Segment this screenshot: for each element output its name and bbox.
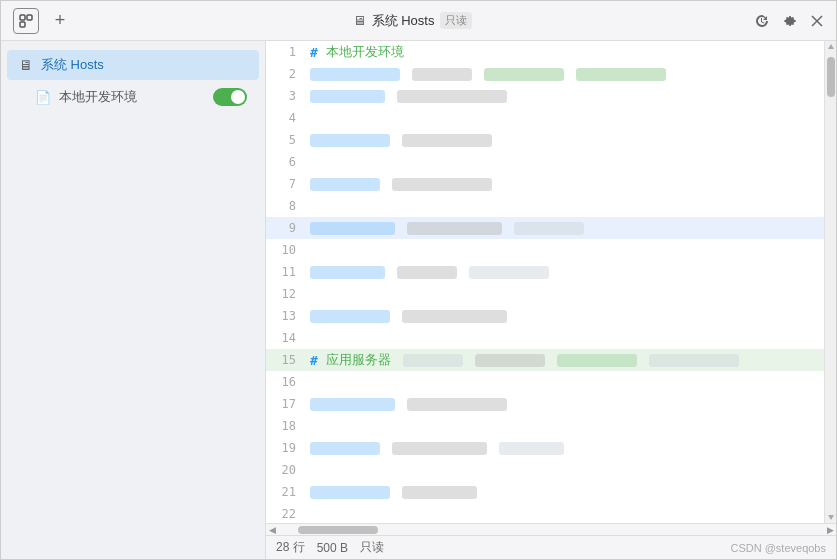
scroll-thumb-v[interactable] — [827, 57, 835, 97]
settings-button[interactable] — [782, 13, 798, 29]
editor-line-22: 22 — [266, 503, 824, 523]
editor-line-20: 20 — [266, 459, 824, 481]
status-bar: 28 行 500 B 只读 CSDN @steveqobs — [266, 535, 836, 559]
scroll-track-h[interactable] — [278, 524, 824, 535]
editor-line-7: 7 — [266, 173, 824, 195]
editor-line-10: 10 — [266, 239, 824, 261]
vertical-scrollbar[interactable] — [824, 41, 836, 523]
editor-line-12: 12 — [266, 283, 824, 305]
editor-line-4: 4 — [266, 107, 824, 129]
copyright-text: CSDN @steveqobs — [730, 542, 826, 554]
scroll-thumb-h[interactable] — [298, 526, 378, 534]
editor-line-8: 8 — [266, 195, 824, 217]
editor-line-13: 13 — [266, 305, 824, 327]
tab-manager-button[interactable] — [13, 8, 39, 34]
editor-line-16: 16 — [266, 371, 824, 393]
new-tab-button[interactable]: + — [49, 10, 71, 32]
editor-line-21: 21 — [266, 481, 824, 503]
scroll-track-v[interactable] — [825, 53, 836, 511]
close-button[interactable] — [810, 14, 824, 28]
editor-line-18: 18 — [266, 415, 824, 437]
svg-rect-1 — [27, 15, 32, 20]
svg-rect-2 — [20, 22, 25, 27]
editor-line-14: 14 — [266, 327, 824, 349]
title-bar: + 🖥 系统 Hosts 只读 — [1, 1, 836, 41]
sidebar-item-label: 系统 Hosts — [41, 56, 247, 74]
editor-content[interactable]: 1 # 本地开发环境 2 — [266, 41, 824, 523]
file-icon: 📄 — [35, 90, 51, 105]
line-container: 1 # 本地开发环境 2 — [266, 41, 824, 523]
editor-line-9: 9 — [266, 217, 824, 239]
editor-line-3: 3 — [266, 85, 824, 107]
status-mode: 只读 — [360, 539, 384, 556]
scroll-right-arrow[interactable]: ▶ — [824, 524, 836, 536]
status-size: 500 B — [317, 541, 348, 555]
sidebar: 🖥 系统 Hosts 📄 本地开发环境 — [1, 41, 266, 559]
sidebar-item-system-hosts[interactable]: 🖥 系统 Hosts — [7, 50, 259, 80]
main-content: 🖥 系统 Hosts 📄 本地开发环境 1 — [1, 41, 836, 559]
editor-line-2: 2 — [266, 63, 824, 85]
scroll-left-arrow[interactable]: ◀ — [266, 524, 278, 536]
sidebar-subitem-local-dev[interactable]: 📄 本地开发环境 — [7, 82, 259, 112]
editor-line-11: 11 — [266, 261, 824, 283]
section-label-1: 本地开发环境 — [326, 43, 404, 61]
editor-line-15: 15 # 应用服务器 — [266, 349, 824, 371]
editor-line-6: 6 — [266, 151, 824, 173]
section-label-15: 应用服务器 — [326, 351, 391, 369]
editor-line-19: 19 — [266, 437, 824, 459]
editor-area: 1 # 本地开发环境 2 — [266, 41, 836, 559]
enable-toggle[interactable] — [213, 88, 247, 106]
sidebar-subitem-label: 本地开发环境 — [59, 88, 205, 106]
monitor-icon: 🖥 — [19, 57, 33, 73]
editor-line-1: 1 # 本地开发环境 — [266, 41, 824, 63]
app-window: + 🖥 系统 Hosts 只读 — [0, 0, 837, 560]
readonly-badge: 只读 — [440, 12, 472, 29]
editor-line-17: 17 — [266, 393, 824, 415]
horizontal-scrollbar[interactable]: ◀ ▶ — [266, 523, 836, 535]
window-title: 系统 Hosts — [372, 12, 435, 30]
history-button[interactable] — [754, 13, 770, 29]
editor-line-5: 5 — [266, 129, 824, 151]
status-lines: 28 行 — [276, 539, 305, 556]
monitor-icon: 🖥 — [353, 13, 366, 28]
svg-rect-0 — [20, 15, 25, 20]
